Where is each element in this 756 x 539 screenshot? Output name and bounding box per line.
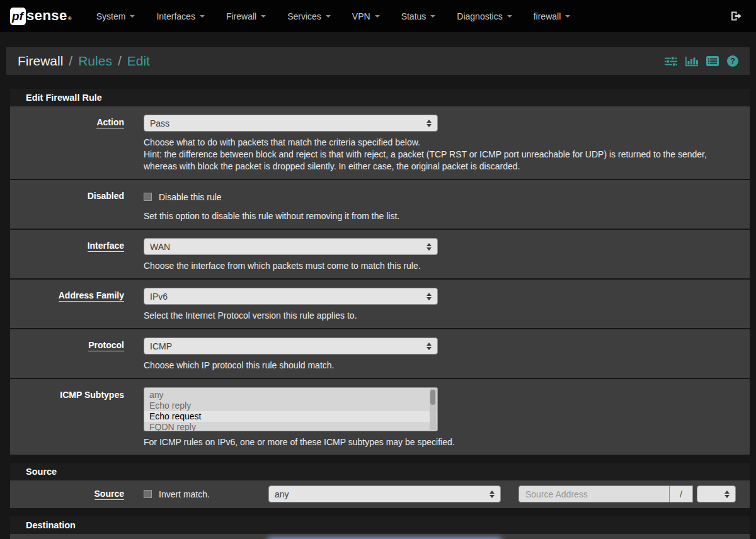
protocol-label-cell: Protocol bbox=[10, 329, 144, 378]
protocol-help: Choose which IP protocol this rule shoul… bbox=[144, 360, 736, 372]
source-label[interactable]: Source bbox=[94, 489, 124, 500]
nav-menu-services[interactable]: Services bbox=[277, 0, 341, 32]
action-help-line1: Choose what to do with packets that matc… bbox=[144, 137, 736, 149]
nav-menu-label: VPN bbox=[352, 11, 370, 21]
destination-row: Destination Invert match. WAN address / bbox=[10, 534, 750, 539]
icmp-subtype-option-fqdn-reply[interactable]: FQDN reply bbox=[144, 422, 437, 431]
disabled-label: Disabled bbox=[88, 191, 124, 201]
protocol-label[interactable]: Protocol bbox=[88, 340, 124, 351]
nav-menu-diagnostics[interactable]: Diagnostics bbox=[446, 0, 522, 32]
svg-text:?: ? bbox=[730, 57, 735, 65]
interface-control-cell: WAN Choose the interface from which pack… bbox=[144, 230, 750, 278]
address-family-control-cell: IPv6 Select the Internet Protocol versio… bbox=[144, 280, 750, 328]
action-help: Choose what to do with packets that matc… bbox=[144, 137, 736, 173]
help-button[interactable]: ? bbox=[727, 55, 738, 67]
address-family-label[interactable]: Address Family bbox=[59, 290, 124, 302]
panel-title: Edit Firewall Rule bbox=[10, 89, 750, 106]
action-select[interactable]: Pass bbox=[144, 115, 438, 132]
caret-down-icon bbox=[565, 15, 570, 18]
action-row: Action Pass Choose what to do with packe… bbox=[10, 106, 750, 180]
sliders-icon bbox=[665, 56, 677, 67]
disable-rule-checkbox-label[interactable]: Disable this rule bbox=[159, 192, 222, 202]
sign-out-icon bbox=[730, 11, 742, 21]
nav-menu-status[interactable]: Status bbox=[391, 0, 447, 32]
source-label-cell: Source bbox=[10, 480, 144, 508]
protocol-row: Protocol ICMP Choose which IP protocol t… bbox=[10, 329, 750, 379]
list-icon bbox=[706, 56, 719, 66]
source-panel: Source Source Invert match. any / bbox=[10, 463, 750, 508]
logout-button[interactable] bbox=[726, 11, 746, 21]
select-arrows-icon bbox=[427, 343, 432, 350]
top-navbar: pfsense® System Interfaces Firewall Serv… bbox=[0, 0, 756, 32]
nav-menu-vpn[interactable]: VPN bbox=[341, 0, 391, 32]
breadcrumb-quick-icons: ? bbox=[665, 55, 738, 67]
listbox-scrollbar-thumb[interactable] bbox=[430, 390, 435, 405]
destination-panel-title: Destination bbox=[10, 516, 750, 534]
nav-menu-hostname[interactable]: firewall bbox=[523, 0, 581, 32]
caret-down-icon bbox=[130, 15, 135, 18]
source-row: Source Invert match. any / bbox=[10, 480, 750, 508]
disable-rule-checkbox[interactable] bbox=[144, 193, 152, 201]
icmp-subtypes-control-cell: any Echo reply Echo request FQDN reply F… bbox=[144, 379, 750, 455]
breadcrumb-link-rules[interactable]: Rules bbox=[78, 54, 112, 69]
source-mask-select[interactable] bbox=[697, 485, 736, 502]
log-view-button[interactable] bbox=[706, 56, 719, 66]
breadcrumb-bar: Firewall / Rules / Edit bbox=[6, 47, 750, 75]
address-family-label-cell: Address Family bbox=[10, 280, 144, 328]
breadcrumb-root: Firewall bbox=[18, 54, 63, 69]
icmp-subtypes-label-cell: ICMP Subtypes bbox=[10, 379, 144, 455]
action-help-line2: Hint: the difference between block and r… bbox=[144, 149, 736, 173]
source-type-select[interactable]: any bbox=[268, 485, 501, 502]
destination-label-cell: Destination bbox=[10, 534, 144, 539]
source-invert-label[interactable]: Invert match. bbox=[159, 489, 210, 499]
select-arrows-icon bbox=[724, 491, 730, 498]
source-mask-separator: / bbox=[669, 485, 693, 502]
action-label[interactable]: Action bbox=[96, 117, 124, 128]
breadcrumb-link-edit[interactable]: Edit bbox=[127, 54, 150, 69]
disabled-control-cell: Disable this rule Set this option to dis… bbox=[144, 180, 750, 229]
address-family-select[interactable]: IPv6 bbox=[144, 288, 438, 305]
source-address-group: / bbox=[518, 485, 736, 502]
listbox-scrollbar[interactable] bbox=[430, 389, 437, 430]
disable-rule-option: Disable this rule bbox=[144, 188, 736, 205]
nav-menu-label: Services bbox=[287, 11, 321, 21]
help-icon: ? bbox=[727, 55, 738, 67]
caret-down-icon bbox=[326, 15, 331, 18]
caret-down-icon bbox=[375, 15, 380, 18]
destination-control-cell: Invert match. WAN address / bbox=[144, 534, 750, 539]
nav-menu-label: Diagnostics bbox=[457, 11, 502, 21]
source-control-cell: Invert match. any / bbox=[144, 480, 750, 508]
icmp-subtypes-listbox[interactable]: any Echo reply Echo request FQDN reply bbox=[144, 387, 438, 431]
status-graph-button[interactable] bbox=[685, 56, 698, 67]
protocol-select[interactable]: ICMP bbox=[144, 338, 438, 355]
interface-select[interactable]: WAN bbox=[144, 238, 438, 255]
icmp-subtypes-help: For ICMP rules on IPv6, one or more of t… bbox=[144, 436, 736, 448]
icmp-subtype-option-any[interactable]: any bbox=[144, 390, 437, 400]
edit-firewall-rule-panel: Edit Firewall Rule Action Pass Choose wh… bbox=[10, 89, 750, 455]
action-control-cell: Pass Choose what to do with packets that… bbox=[144, 106, 750, 179]
interface-row: Interface WAN Choose the interface from … bbox=[10, 230, 750, 280]
icmp-subtype-option-echo-request[interactable]: Echo request bbox=[144, 411, 437, 422]
nav-menu-interfaces[interactable]: Interfaces bbox=[146, 0, 215, 32]
caret-down-icon bbox=[200, 15, 205, 18]
icmp-subtype-option-echo-reply[interactable]: Echo reply bbox=[144, 400, 437, 411]
breadcrumb: Firewall / Rules / Edit bbox=[18, 54, 150, 69]
breadcrumb-separator: / bbox=[118, 54, 122, 69]
caret-down-icon bbox=[261, 15, 266, 18]
interface-label[interactable]: Interface bbox=[88, 241, 124, 252]
disabled-label-cell: Disabled bbox=[10, 180, 144, 229]
breadcrumb-separator: / bbox=[69, 54, 72, 69]
sliders-button[interactable] bbox=[665, 56, 677, 67]
select-arrows-icon bbox=[427, 243, 432, 251]
nav-menu-firewall[interactable]: Firewall bbox=[215, 0, 277, 32]
interface-label-cell: Interface bbox=[10, 230, 144, 278]
icmp-subtypes-label: ICMP Subtypes bbox=[60, 390, 124, 400]
source-invert-checkbox[interactable] bbox=[144, 490, 152, 498]
pfsense-logo[interactable]: pfsense® bbox=[10, 8, 72, 25]
nav-menu-label: firewall bbox=[534, 11, 561, 21]
bar-chart-icon bbox=[685, 56, 698, 67]
select-arrows-icon bbox=[427, 120, 432, 127]
nav-menu-system[interactable]: System bbox=[86, 0, 146, 32]
source-address-input[interactable] bbox=[518, 485, 669, 502]
interface-help: Choose the interface from which packets … bbox=[144, 260, 736, 272]
